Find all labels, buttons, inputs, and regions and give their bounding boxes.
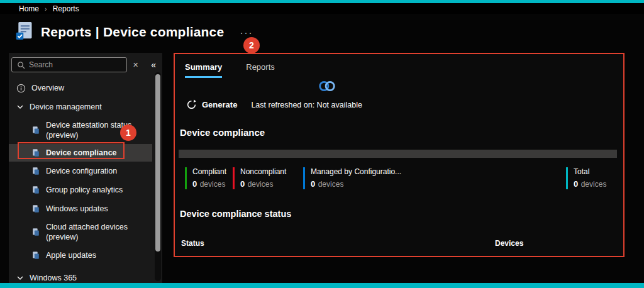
sidebar-item-windows-updates[interactable]: Windows updates <box>9 199 152 218</box>
annotation-badge-2: 2 <box>243 37 260 53</box>
search-input[interactable] <box>29 60 121 69</box>
sidebar-item-label: Windows updates <box>46 204 108 213</box>
stat-value: 0 devices <box>192 178 226 189</box>
chevron-down-icon <box>16 274 24 282</box>
sidebar-item-label: Overview <box>31 84 64 92</box>
sidebar: ✕ « Overview Device management De <box>9 53 162 283</box>
sidebar-scrollbar[interactable] <box>155 72 161 281</box>
report-icon <box>31 228 40 236</box>
sidebar-item-apple-updates[interactable]: Apple updates <box>9 246 152 265</box>
stat-noncompliant: Noncompliant 0 devices <box>233 167 286 189</box>
breadcrumb-reports[interactable]: Reports <box>53 4 79 13</box>
refresh-icon <box>186 99 197 110</box>
annotation-badge-1: 1 <box>120 125 136 141</box>
report-icon <box>31 126 40 135</box>
more-menu-button[interactable]: ··· <box>240 27 253 38</box>
reports-page-icon <box>15 21 34 43</box>
generate-button-label: Generate <box>202 100 237 109</box>
stat-label: Noncompliant <box>240 167 286 176</box>
generate-button[interactable]: Generate <box>186 99 237 110</box>
clear-search-button[interactable]: ✕ <box>133 61 138 69</box>
stat-compliant: Compliant 0 devices <box>185 167 226 189</box>
sidebar-item-label: Cloud attached devices (preview) <box>46 222 133 243</box>
last-refreshed-text: Last refreshed on: Not available <box>251 101 362 109</box>
sidebar-item-label: Apple updates <box>46 251 96 260</box>
sidebar-item-overview[interactable]: Overview <box>9 79 152 97</box>
report-icon <box>31 167 40 175</box>
breadcrumb-separator-icon: › <box>45 5 47 13</box>
sidebar-item-label: Group policy analytics <box>46 186 123 194</box>
report-icon <box>31 186 40 194</box>
generate-row: Generate Last refreshed on: Not availabl… <box>186 99 362 110</box>
column-header-status: Status <box>181 239 204 248</box>
sidebar-item-label: Device attestation status (preview) <box>46 120 133 141</box>
sidebar-item-label: Device compliance <box>46 148 117 157</box>
report-icon <box>31 251 40 260</box>
sidebar-item-cloud-attached-devices[interactable]: Cloud attached devices (preview) <box>9 218 152 246</box>
status-table-header: Status Devices <box>175 239 623 253</box>
sidebar-item-device-compliance[interactable]: Device compliance <box>9 144 152 162</box>
report-icon <box>31 204 40 213</box>
tab-bar: Summary Reports <box>185 62 275 78</box>
stat-label: Total <box>574 167 606 176</box>
compliance-total-bar <box>179 150 617 158</box>
stat-value: 0 devices <box>311 178 401 189</box>
stat-total: Total 0 devices <box>566 167 606 189</box>
sidebar-item-device-configuration[interactable]: Device configuration <box>9 162 152 180</box>
tab-summary[interactable]: Summary <box>185 62 222 78</box>
stat-value: 0 devices <box>574 178 606 189</box>
sidebar-search-row: ✕ « <box>9 53 162 76</box>
stat-label: Compliant <box>192 167 226 176</box>
search-input-wrapper <box>11 57 127 72</box>
sidebar-nav: Overview Device management Device attest… <box>9 79 152 287</box>
sidebar-item-label: Windows 365 <box>30 274 77 282</box>
stat-label: Managed by Configuratio... <box>311 167 401 176</box>
breadcrumb-home[interactable]: Home <box>19 4 39 13</box>
sidebar-item-label: Device configuration <box>46 167 117 175</box>
info-icon <box>16 84 26 93</box>
report-icon <box>31 148 40 157</box>
collapse-sidebar-button[interactable]: « <box>151 60 156 70</box>
bottom-accent-bar <box>0 283 644 288</box>
breadcrumb: Home › Reports <box>0 3 644 14</box>
device-compliance-heading: Device compliance <box>180 127 265 138</box>
sidebar-item-device-management[interactable]: Device management <box>9 97 152 116</box>
tab-reports[interactable]: Reports <box>246 62 275 78</box>
column-header-devices: Devices <box>495 239 523 248</box>
sidebar-item-label: Device management <box>30 102 102 111</box>
sidebar-scrollbar-thumb[interactable] <box>155 74 160 252</box>
page-header: Reports | Device compliance ··· <box>15 15 644 49</box>
page-title: Reports | Device compliance <box>41 25 224 40</box>
stat-value: 0 devices <box>240 178 286 189</box>
chevron-down-icon <box>16 103 24 111</box>
loading-spinner-icon <box>317 79 337 96</box>
sidebar-item-group-policy-analytics[interactable]: Group policy analytics <box>9 180 152 199</box>
device-compliance-status-heading: Device compliance status <box>180 209 291 219</box>
search-icon <box>17 61 25 69</box>
main-panel: Summary Reports Generate Last refreshed … <box>174 53 625 257</box>
stat-managed-by-configuration: Managed by Configuratio... 0 devices <box>303 167 401 189</box>
